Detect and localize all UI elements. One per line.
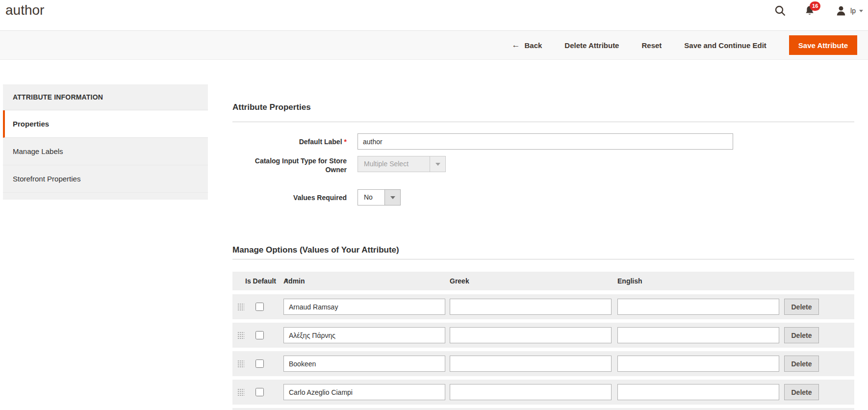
drag-handle-icon[interactable] [237,303,244,311]
save-attribute-button[interactable]: Save Attribute [789,35,857,55]
admin-input[interactable] [283,384,445,400]
column-is-default: Is Default [245,272,276,290]
is-default-checkbox[interactable] [255,359,264,368]
sidebar-item-properties[interactable]: Properties [3,110,208,138]
column-english: English [617,272,642,290]
back-button[interactable]: ← Back [511,40,542,50]
user-icon [835,5,847,17]
catalog-input-type-label: Catalog Input Type for Store Owner [232,156,357,174]
values-required-label: Values Required [232,189,357,205]
english-input[interactable] [617,327,779,343]
page-title: author [5,2,44,18]
sidebar-item-storefront-properties[interactable]: Storefront Properties [3,165,208,193]
default-label-input[interactable] [357,133,733,150]
option-row: Delete [232,380,854,405]
values-required-row: Values Required No [232,189,401,205]
greek-input[interactable] [450,299,612,315]
column-greek: Greek [450,272,469,290]
values-required-select[interactable]: No [357,189,401,205]
option-row: Delete [232,294,854,319]
greek-input[interactable] [450,356,612,372]
option-row: Delete [232,323,854,348]
delete-button[interactable]: Delete [784,327,819,343]
reset-button[interactable]: Reset [641,41,662,50]
user-menu[interactable]: lp [835,5,863,17]
search-icon [774,5,786,17]
admin-input[interactable] [283,327,445,343]
chevron-down-icon [859,10,863,12]
drag-handle-icon[interactable] [237,388,244,397]
drag-handle-icon[interactable] [237,331,244,340]
is-default-checkbox[interactable] [255,303,264,311]
catalog-input-type-select: Multiple Select [357,156,446,172]
is-default-checkbox[interactable] [255,331,264,339]
admin-input[interactable] [283,299,445,315]
username: lp [850,7,856,15]
attribute-edit-page: author 16 [0,0,868,410]
values-required-value: No [358,190,384,205]
catalog-input-type-row: Catalog Input Type for Store Owner Multi… [232,156,446,174]
delete-button[interactable]: Delete [784,384,819,400]
sidebar-title: ATTRIBUTE INFORMATION [3,84,208,110]
required-asterisk: * [344,138,347,146]
drag-handle-icon[interactable] [237,359,244,368]
greek-input[interactable] [450,327,612,343]
notifications-button[interactable]: 16 [804,5,816,17]
option-row: Delete [232,351,854,376]
attribute-properties-title: Attribute Properties [232,102,854,122]
sidebar-item-manage-labels[interactable]: Manage Labels [3,138,208,165]
search-button[interactable] [774,5,786,17]
next-row-partial [232,408,854,410]
options-rows: Delete Delete Delete Delete [232,294,854,408]
notification-badge: 16 [810,1,820,11]
sidebar: ATTRIBUTE INFORMATION Properties Manage … [3,84,208,200]
arrow-left-icon: ← [511,40,520,50]
options-table-header: Is Default Admin* Greek English [232,272,854,290]
header-actions: 16 lp [774,0,863,22]
delete-attribute-button[interactable]: Delete Attribute [564,41,619,50]
sidebar-item-label: Storefront Properties [13,175,80,183]
delete-button[interactable]: Delete [784,356,819,372]
sidebar-item-label: Manage Labels [13,147,63,155]
delete-button[interactable]: Delete [784,299,819,315]
required-asterisk: * [285,272,288,290]
admin-input[interactable] [283,356,445,372]
catalog-input-type-value: Multiple Select [358,156,430,172]
back-button-label: Back [524,41,542,50]
manage-options-title: Manage Options (Values of Your Attribute… [232,245,854,259]
is-default-checkbox[interactable] [255,388,264,396]
sidebar-item-label: Properties [13,120,49,128]
english-input[interactable] [617,299,779,315]
greek-input[interactable] [450,384,612,400]
chevron-down-icon [430,156,445,172]
english-input[interactable] [617,384,779,400]
english-input[interactable] [617,356,779,372]
save-and-continue-button[interactable]: Save and Continue Edit [684,41,766,50]
action-bar: ← Back Delete Attribute Reset Save and C… [0,30,868,60]
default-label-row: Default Label* [232,133,733,150]
chevron-down-icon [384,190,400,205]
default-label-label: Default Label* [232,133,357,150]
page-header: author 16 [0,0,868,30]
